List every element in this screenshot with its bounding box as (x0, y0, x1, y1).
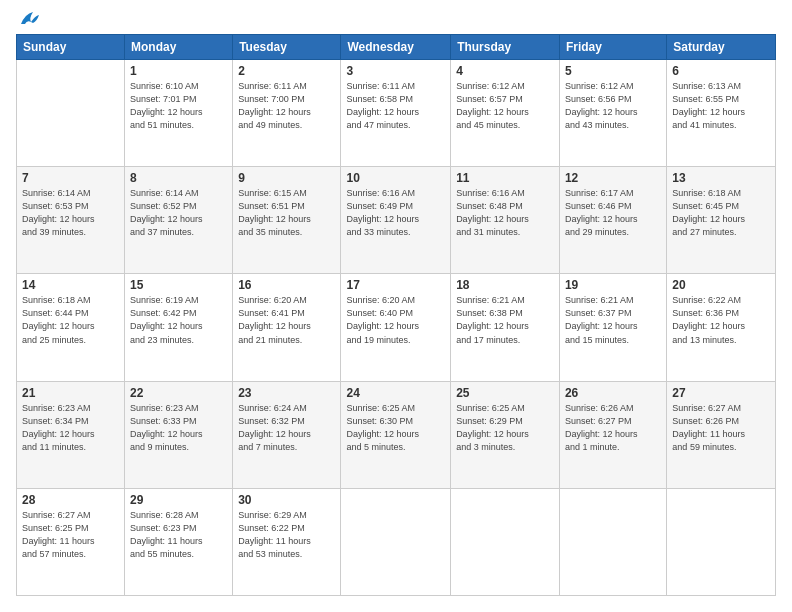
calendar-cell: 9Sunrise: 6:15 AM Sunset: 6:51 PM Daylig… (233, 167, 341, 274)
calendar-cell: 17Sunrise: 6:20 AM Sunset: 6:40 PM Dayli… (341, 274, 451, 381)
day-number: 1 (130, 64, 227, 78)
col-header-tuesday: Tuesday (233, 35, 341, 60)
day-number: 26 (565, 386, 661, 400)
week-row-2: 14Sunrise: 6:18 AM Sunset: 6:44 PM Dayli… (17, 274, 776, 381)
calendar-cell: 27Sunrise: 6:27 AM Sunset: 6:26 PM Dayli… (667, 381, 776, 488)
day-info: Sunrise: 6:15 AM Sunset: 6:51 PM Dayligh… (238, 187, 335, 239)
day-number: 16 (238, 278, 335, 292)
calendar-cell: 20Sunrise: 6:22 AM Sunset: 6:36 PM Dayli… (667, 274, 776, 381)
day-info: Sunrise: 6:19 AM Sunset: 6:42 PM Dayligh… (130, 294, 227, 346)
calendar-cell: 3Sunrise: 6:11 AM Sunset: 6:58 PM Daylig… (341, 60, 451, 167)
day-info: Sunrise: 6:29 AM Sunset: 6:22 PM Dayligh… (238, 509, 335, 561)
day-number: 19 (565, 278, 661, 292)
day-number: 22 (130, 386, 227, 400)
day-number: 18 (456, 278, 554, 292)
day-info: Sunrise: 6:21 AM Sunset: 6:37 PM Dayligh… (565, 294, 661, 346)
col-header-friday: Friday (559, 35, 666, 60)
day-number: 14 (22, 278, 119, 292)
day-info: Sunrise: 6:21 AM Sunset: 6:38 PM Dayligh… (456, 294, 554, 346)
day-number: 10 (346, 171, 445, 185)
calendar-cell: 23Sunrise: 6:24 AM Sunset: 6:32 PM Dayli… (233, 381, 341, 488)
day-number: 4 (456, 64, 554, 78)
day-info: Sunrise: 6:25 AM Sunset: 6:29 PM Dayligh… (456, 402, 554, 454)
calendar-cell: 2Sunrise: 6:11 AM Sunset: 7:00 PM Daylig… (233, 60, 341, 167)
calendar-cell: 15Sunrise: 6:19 AM Sunset: 6:42 PM Dayli… (125, 274, 233, 381)
calendar-cell: 29Sunrise: 6:28 AM Sunset: 6:23 PM Dayli… (125, 488, 233, 595)
day-info: Sunrise: 6:10 AM Sunset: 7:01 PM Dayligh… (130, 80, 227, 132)
day-number: 25 (456, 386, 554, 400)
day-info: Sunrise: 6:13 AM Sunset: 6:55 PM Dayligh… (672, 80, 770, 132)
calendar-cell: 13Sunrise: 6:18 AM Sunset: 6:45 PM Dayli… (667, 167, 776, 274)
day-number: 29 (130, 493, 227, 507)
day-info: Sunrise: 6:20 AM Sunset: 6:40 PM Dayligh… (346, 294, 445, 346)
day-info: Sunrise: 6:28 AM Sunset: 6:23 PM Dayligh… (130, 509, 227, 561)
day-info: Sunrise: 6:23 AM Sunset: 6:34 PM Dayligh… (22, 402, 119, 454)
day-info: Sunrise: 6:16 AM Sunset: 6:49 PM Dayligh… (346, 187, 445, 239)
day-number: 12 (565, 171, 661, 185)
calendar-body: 1Sunrise: 6:10 AM Sunset: 7:01 PM Daylig… (17, 60, 776, 596)
col-header-saturday: Saturday (667, 35, 776, 60)
day-info: Sunrise: 6:17 AM Sunset: 6:46 PM Dayligh… (565, 187, 661, 239)
day-number: 7 (22, 171, 119, 185)
day-number: 27 (672, 386, 770, 400)
calendar-cell: 1Sunrise: 6:10 AM Sunset: 7:01 PM Daylig… (125, 60, 233, 167)
calendar-cell: 14Sunrise: 6:18 AM Sunset: 6:44 PM Dayli… (17, 274, 125, 381)
day-info: Sunrise: 6:18 AM Sunset: 6:44 PM Dayligh… (22, 294, 119, 346)
calendar-cell: 16Sunrise: 6:20 AM Sunset: 6:41 PM Dayli… (233, 274, 341, 381)
day-number: 9 (238, 171, 335, 185)
day-info: Sunrise: 6:20 AM Sunset: 6:41 PM Dayligh… (238, 294, 335, 346)
day-number: 3 (346, 64, 445, 78)
day-info: Sunrise: 6:25 AM Sunset: 6:30 PM Dayligh… (346, 402, 445, 454)
day-info: Sunrise: 6:27 AM Sunset: 6:25 PM Dayligh… (22, 509, 119, 561)
calendar-table: SundayMondayTuesdayWednesdayThursdayFrid… (16, 34, 776, 596)
col-header-wednesday: Wednesday (341, 35, 451, 60)
day-number: 21 (22, 386, 119, 400)
day-number: 30 (238, 493, 335, 507)
calendar-cell (559, 488, 666, 595)
day-number: 15 (130, 278, 227, 292)
day-number: 13 (672, 171, 770, 185)
col-header-thursday: Thursday (451, 35, 560, 60)
calendar-cell: 7Sunrise: 6:14 AM Sunset: 6:53 PM Daylig… (17, 167, 125, 274)
calendar-cell: 11Sunrise: 6:16 AM Sunset: 6:48 PM Dayli… (451, 167, 560, 274)
day-number: 24 (346, 386, 445, 400)
header (16, 16, 776, 24)
day-info: Sunrise: 6:24 AM Sunset: 6:32 PM Dayligh… (238, 402, 335, 454)
calendar-cell: 28Sunrise: 6:27 AM Sunset: 6:25 PM Dayli… (17, 488, 125, 595)
calendar-cell: 25Sunrise: 6:25 AM Sunset: 6:29 PM Dayli… (451, 381, 560, 488)
calendar-header: SundayMondayTuesdayWednesdayThursdayFrid… (17, 35, 776, 60)
calendar-cell: 19Sunrise: 6:21 AM Sunset: 6:37 PM Dayli… (559, 274, 666, 381)
day-info: Sunrise: 6:12 AM Sunset: 6:56 PM Dayligh… (565, 80, 661, 132)
col-header-monday: Monday (125, 35, 233, 60)
day-info: Sunrise: 6:23 AM Sunset: 6:33 PM Dayligh… (130, 402, 227, 454)
day-number: 6 (672, 64, 770, 78)
calendar-cell: 30Sunrise: 6:29 AM Sunset: 6:22 PM Dayli… (233, 488, 341, 595)
calendar-cell: 21Sunrise: 6:23 AM Sunset: 6:34 PM Dayli… (17, 381, 125, 488)
day-number: 2 (238, 64, 335, 78)
day-number: 11 (456, 171, 554, 185)
day-info: Sunrise: 6:26 AM Sunset: 6:27 PM Dayligh… (565, 402, 661, 454)
day-info: Sunrise: 6:22 AM Sunset: 6:36 PM Dayligh… (672, 294, 770, 346)
day-number: 8 (130, 171, 227, 185)
calendar-cell: 6Sunrise: 6:13 AM Sunset: 6:55 PM Daylig… (667, 60, 776, 167)
day-info: Sunrise: 6:11 AM Sunset: 7:00 PM Dayligh… (238, 80, 335, 132)
calendar-cell: 26Sunrise: 6:26 AM Sunset: 6:27 PM Dayli… (559, 381, 666, 488)
calendar-cell: 24Sunrise: 6:25 AM Sunset: 6:30 PM Dayli… (341, 381, 451, 488)
day-number: 5 (565, 64, 661, 78)
calendar-cell: 4Sunrise: 6:12 AM Sunset: 6:57 PM Daylig… (451, 60, 560, 167)
day-info: Sunrise: 6:27 AM Sunset: 6:26 PM Dayligh… (672, 402, 770, 454)
calendar-cell: 22Sunrise: 6:23 AM Sunset: 6:33 PM Dayli… (125, 381, 233, 488)
calendar-cell: 18Sunrise: 6:21 AM Sunset: 6:38 PM Dayli… (451, 274, 560, 381)
day-number: 17 (346, 278, 445, 292)
calendar-cell: 12Sunrise: 6:17 AM Sunset: 6:46 PM Dayli… (559, 167, 666, 274)
calendar-cell: 8Sunrise: 6:14 AM Sunset: 6:52 PM Daylig… (125, 167, 233, 274)
week-row-1: 7Sunrise: 6:14 AM Sunset: 6:53 PM Daylig… (17, 167, 776, 274)
day-info: Sunrise: 6:14 AM Sunset: 6:52 PM Dayligh… (130, 187, 227, 239)
day-info: Sunrise: 6:11 AM Sunset: 6:58 PM Dayligh… (346, 80, 445, 132)
calendar-cell (451, 488, 560, 595)
calendar-cell: 10Sunrise: 6:16 AM Sunset: 6:49 PM Dayli… (341, 167, 451, 274)
day-info: Sunrise: 6:12 AM Sunset: 6:57 PM Dayligh… (456, 80, 554, 132)
calendar-cell (17, 60, 125, 167)
col-header-sunday: Sunday (17, 35, 125, 60)
logo-bird-icon (19, 10, 41, 28)
